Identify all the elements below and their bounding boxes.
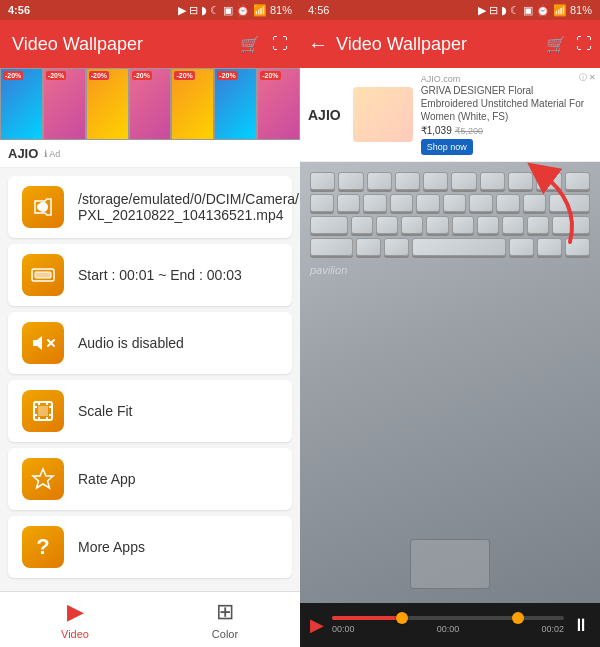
key — [469, 194, 493, 212]
menu-item-file[interactable]: /storage/emulated/0/DCIM/Camera/PXL_2021… — [8, 176, 292, 238]
thumbnail-6[interactable]: -20% — [214, 68, 257, 140]
touchpad-area — [310, 280, 590, 593]
menu-item-more[interactable]: ? More Apps — [8, 516, 292, 578]
time-range-icon — [22, 254, 64, 296]
progress-thumb-end[interactable] — [512, 612, 524, 624]
key — [310, 194, 334, 212]
left-time: 4:56 — [8, 4, 30, 16]
left-app-title: Video Wallpaper — [12, 34, 143, 55]
left-ajio-ad[interactable]: AJIO ℹ Ad — [0, 140, 300, 168]
menu-item-rate[interactable]: Rate App — [8, 448, 292, 510]
battery-left: 81% — [270, 4, 292, 16]
more-apps-text: More Apps — [78, 539, 145, 555]
key — [338, 172, 363, 190]
key — [496, 194, 520, 212]
ad-current-price: ₹1,039 — [421, 125, 452, 136]
right-time: 4:56 — [308, 4, 329, 16]
svg-point-1 — [37, 204, 43, 210]
menu-item-time[interactable]: Start : 00:01 ~ End : 00:03 — [8, 244, 292, 306]
progress-container[interactable]: 00:00 00:00 00:02 — [332, 616, 564, 634]
bottom-nav-video[interactable]: ▶ Video — [0, 592, 150, 647]
time-labels: 00:00 00:00 00:02 — [332, 624, 564, 634]
key — [416, 194, 440, 212]
scale-fit-icon — [22, 390, 64, 432]
right-app-bar-left: ← Video Wallpaper — [308, 33, 467, 56]
right-panel: 4:56 ▶ ⊟ ◗ ☾ ▣ ⏰ 📶 81% ← Video Wallpaper… — [300, 0, 600, 647]
progress-track[interactable] — [332, 616, 564, 620]
key — [401, 216, 423, 234]
video-nav-icon: ▶ — [67, 599, 84, 625]
key — [480, 172, 505, 190]
time-range-text: Start : 00:01 ~ End : 00:03 — [78, 267, 242, 283]
key — [451, 172, 476, 190]
thumbnail-4[interactable]: -20% — [129, 68, 172, 140]
color-nav-icon: ⊞ — [216, 599, 234, 625]
alarm-icon: ⏰ — [236, 4, 250, 17]
ad-product-info: AJIO.com GRIVA DESIGNER Floral Embroider… — [421, 74, 592, 155]
key — [310, 238, 353, 256]
thumbnail-5[interactable]: -20% — [171, 68, 214, 140]
thumbnail-2[interactable]: -20% — [43, 68, 86, 140]
svg-rect-3 — [35, 272, 51, 278]
color-nav-label: Color — [212, 628, 238, 640]
key — [443, 194, 467, 212]
key — [367, 172, 392, 190]
hp-brand-area: pavilion — [310, 264, 590, 276]
wifi-icon: 📶 — [253, 4, 267, 17]
key — [310, 172, 335, 190]
right-app-bar: ← Video Wallpaper 🛒 ⛶ — [300, 20, 600, 68]
video-preview: pavilion — [300, 162, 600, 603]
key — [452, 216, 474, 234]
right-ajio-logo: AJIO — [308, 107, 341, 123]
file-path-text: /storage/emulated/0/DCIM/Camera/PXL_2021… — [78, 191, 299, 223]
left-app-bar: Video Wallpaper 🛒 ⛶ — [0, 20, 300, 68]
right-app-bar-icons: 🛒 ⛶ — [546, 35, 592, 54]
thumbnail-1[interactable]: -20% — [0, 68, 43, 140]
ad-banner[interactable]: AJIO AJIO.com GRIVA DESIGNER Floral Embr… — [300, 68, 600, 162]
video-camera-icon — [22, 186, 64, 228]
back-icon[interactable]: ← — [308, 33, 328, 56]
progress-fill — [332, 616, 402, 620]
cart-icon[interactable]: 🛒 — [240, 35, 260, 54]
key — [363, 194, 387, 212]
thumbnail-3[interactable]: -20% — [86, 68, 129, 140]
right-status-bar: 4:56 ▶ ⊟ ◗ ☾ ▣ ⏰ 📶 81% — [300, 0, 600, 20]
progress-thumb-start[interactable] — [396, 612, 408, 624]
key — [384, 238, 409, 256]
ad-original-price: ₹5,200 — [455, 126, 484, 136]
key — [356, 238, 381, 256]
right-fullscreen-icon[interactable]: ⛶ — [576, 35, 592, 53]
play-button[interactable]: ▶ — [310, 614, 324, 636]
left-panel: 4:56 ▶ ⊟ ◗ ☾ ▣ ⏰ 📶 81% Video Wallpaper 🛒… — [0, 0, 300, 647]
fullscreen-icon[interactable]: ⛶ — [272, 35, 288, 53]
key — [351, 216, 373, 234]
right-status-icons: ▶ ⊟ ◗ ☾ ▣ ⏰ 📶 81% — [478, 4, 592, 17]
right-app-title: Video Wallpaper — [336, 34, 467, 55]
ad-price: ₹1,039 ₹5,200 — [421, 125, 592, 136]
svg-marker-9 — [33, 469, 53, 488]
right-status-left: ▶ ⊟ ◗ ☾ ▣ — [478, 4, 533, 16]
touchpad — [410, 539, 490, 589]
right-cart-icon[interactable]: 🛒 — [546, 35, 566, 54]
red-arrow-overlay — [520, 162, 590, 252]
left-status-bar: 4:56 ▶ ⊟ ◗ ☾ ▣ ⏰ 📶 81% — [0, 0, 300, 20]
key — [395, 172, 420, 190]
shop-now-button[interactable]: Shop now — [421, 139, 473, 155]
status-icons-left: ▶ ⊟ ◗ ☾ ▣ — [178, 4, 233, 17]
thumbnail-7[interactable]: -20% — [257, 68, 300, 140]
svg-rect-8 — [39, 407, 47, 415]
time-mid: 00:00 — [437, 624, 460, 634]
bottom-nav-color[interactable]: ⊞ Color — [150, 592, 300, 647]
video-nav-label: Video — [61, 628, 89, 640]
audio-disabled-text: Audio is disabled — [78, 335, 184, 351]
ad-product-desc: GRIVA DESIGNER Floral Embroidered Unstit… — [421, 84, 592, 123]
menu-item-scale[interactable]: Scale Fit — [8, 380, 292, 442]
key — [310, 216, 348, 234]
time-end: 00:02 — [541, 624, 564, 634]
pause-button[interactable]: ⏸ — [572, 615, 590, 636]
left-status-icons: ▶ ⊟ ◗ ☾ ▣ ⏰ 📶 81% — [178, 4, 292, 17]
scale-fit-text: Scale Fit — [78, 403, 132, 419]
left-app-bar-icons: 🛒 ⛶ — [240, 35, 288, 54]
menu-item-audio[interactable]: Audio is disabled — [8, 312, 292, 374]
rate-star-icon — [22, 458, 64, 500]
